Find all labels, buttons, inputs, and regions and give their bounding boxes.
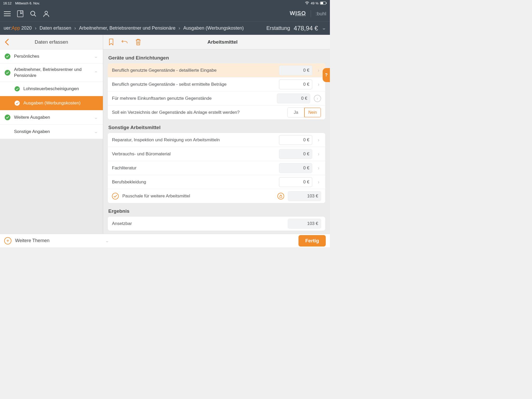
chevron-right-circle-icon[interactable]: ›: [314, 95, 321, 102]
status-time: 16:12: [3, 1, 12, 5]
chevron-up-icon: ⌄: [94, 71, 98, 75]
check-icon: [5, 70, 10, 76]
svg-point-0: [307, 4, 307, 5]
value-input[interactable]: 0 €: [279, 135, 312, 145]
row-label: Reparatur, Inspektion und Reinigung von …: [112, 137, 275, 143]
row-label: Für mehrere Einkunftsarten genutzte Gege…: [112, 96, 273, 101]
row-attachment-question: Soll ein Verzeichnis der Gegenstände als…: [108, 105, 325, 119]
chevron-down-icon: ⌄: [322, 26, 326, 30]
bookmark-icon[interactable]: [108, 39, 115, 45]
section-heading: Geräte und Einrichtungen: [108, 55, 325, 61]
crumb-year: 2020: [21, 25, 32, 31]
svg-point-5: [31, 11, 35, 15]
sidebar-item-more-expenses[interactable]: Weitere Ausgaben ⌄: [0, 110, 103, 125]
search-icon[interactable]: [30, 10, 37, 17]
row-label: Verbrauchs- und Büromaterial: [112, 151, 275, 157]
battery-percent: 49 %: [311, 1, 318, 5]
sidebar-item-label: Lohnsteuerbescheinigungen: [23, 86, 98, 91]
sidebar-item-wagetax[interactable]: Lohnsteuerbescheinigungen: [0, 82, 103, 96]
check-icon: [5, 54, 10, 59]
row-label: Pauschale für weitere Arbeitsmittel: [122, 194, 274, 199]
row-label: Fachliteratur: [112, 165, 275, 171]
content-header: Arbeitsmittel: [103, 35, 330, 49]
crumb-item[interactable]: Arbeitnehmer, Betriebsrentner und Pensio…: [79, 25, 175, 31]
chevron-right-icon: ›: [316, 67, 321, 73]
row-multi-income[interactable]: Für mehrere Einkunftsarten genutzte Gege…: [108, 91, 325, 105]
sidebar: Daten erfassen Persönliches ⌄ Arbeitnehm…: [0, 35, 103, 234]
brand-buhl: :buhl: [316, 11, 326, 17]
sidebar-item-label: Weitere Ausgaben: [14, 115, 90, 120]
status-date: Mittwoch 6. Nov.: [15, 1, 40, 5]
more-topics-label[interactable]: Weitere Themen: [15, 238, 49, 243]
status-bar: 16:12 Mittwoch 6. Nov. 49 %: [0, 0, 330, 6]
sidebar-header: Daten erfassen: [0, 35, 103, 49]
bookmarks-icon[interactable]: [17, 10, 24, 17]
toggle-no[interactable]: Nein: [304, 108, 321, 117]
wifi-icon: [305, 2, 309, 5]
value-readonly: 0 €: [279, 149, 312, 159]
svg-rect-7: [280, 196, 282, 198]
chevron-right-icon: ›: [178, 25, 180, 31]
row-clothing[interactable]: Berufsbekleidung 0 € ›: [108, 175, 325, 189]
sidebar-item-expenses[interactable]: Ausgaben (Werbungskosten): [0, 96, 103, 110]
undo-icon[interactable]: [121, 39, 128, 45]
chevron-down-icon: ⌄: [94, 54, 98, 58]
chevron-right-icon: ›: [316, 179, 321, 185]
brand-separator: [311, 10, 311, 17]
row-label: Soll ein Verzeichnis der Gegenstände als…: [112, 110, 284, 115]
toggle-yes[interactable]: Ja: [288, 108, 304, 117]
value-readonly: 0 €: [279, 163, 312, 173]
back-button[interactable]: [5, 39, 9, 45]
crumb-app: App: [12, 25, 20, 31]
plus-icon[interactable]: +: [4, 237, 11, 244]
value-input[interactable]: 0 €: [279, 177, 312, 187]
sidebar-item-employee[interactable]: Arbeitnehmer, Betriebsrentner und Pensio…: [0, 64, 103, 82]
value-readonly: 103 €: [288, 191, 321, 201]
row-repair[interactable]: Reparatur, Inspektion und Reinigung von …: [108, 133, 325, 147]
check-icon: [15, 86, 20, 91]
value-readonly: 0 €: [279, 65, 312, 75]
crumb-prefix: uer:: [4, 25, 12, 31]
chevron-down-icon: ⌄: [94, 115, 98, 119]
crumb-item[interactable]: Ausgaben (Werbungskosten): [183, 25, 244, 31]
content-pane: Arbeitsmittel ? Geräte und Einrichtungen…: [103, 35, 330, 234]
row-self-determined[interactable]: Beruflich genutzte Gegenstände - selbst …: [108, 77, 325, 91]
page-title: Arbeitsmittel: [148, 39, 325, 45]
toggle-yes-no[interactable]: Ja Nein: [287, 108, 321, 117]
value-readonly: 103 €: [288, 219, 321, 229]
lock-icon: [277, 193, 284, 200]
row-flatrate[interactable]: Pauschale für weitere Arbeitsmittel 103 …: [108, 189, 325, 203]
row-detailed-input[interactable]: Beruflich genutzte Gegenstände - detaill…: [108, 63, 325, 77]
refund-display[interactable]: Erstattung 478,94 € ⌄: [266, 25, 326, 32]
chevron-down-icon[interactable]: ⌄: [105, 239, 109, 243]
done-button[interactable]: Fertig: [298, 235, 326, 247]
checkbox-checked-icon[interactable]: [112, 193, 119, 200]
value-readonly: 0 €: [277, 94, 310, 103]
chevron-right-icon: ›: [35, 25, 36, 31]
value-input[interactable]: 0 €: [279, 79, 312, 89]
trash-icon[interactable]: [135, 39, 142, 45]
svg-point-6: [45, 11, 48, 14]
profile-icon[interactable]: [43, 10, 50, 17]
section-heading: Ergebnis: [108, 208, 325, 214]
crumb-item[interactable]: Daten erfassen: [39, 25, 71, 31]
row-supplies[interactable]: Verbrauchs- und Büromaterial 0 € ›: [108, 147, 325, 161]
battery-icon: [320, 2, 327, 5]
row-literature[interactable]: Fachliteratur 0 € ›: [108, 161, 325, 175]
refund-label: Erstattung: [266, 25, 290, 31]
chevron-right-icon: ›: [316, 81, 321, 87]
sidebar-item-other[interactable]: Sonstige Angaben ⌄: [0, 125, 103, 139]
ergebnis-card: Ansetzbar 103 €: [108, 217, 325, 231]
geraete-card: Beruflich genutzte Gegenstände - detaill…: [108, 63, 325, 119]
menu-icon[interactable]: [4, 10, 11, 17]
chevron-down-icon: ⌄: [94, 130, 98, 134]
svg-rect-2: [321, 2, 323, 4]
sidebar-item-label: Persönliches: [14, 54, 90, 59]
chevron-right-icon: ›: [316, 137, 321, 143]
help-button[interactable]: ?: [323, 68, 330, 82]
check-icon: [5, 115, 10, 120]
sidebar-item-label: Ausgaben (Werbungskosten): [23, 101, 98, 106]
row-label: Beruflich genutzte Gegenstände - selbst …: [112, 82, 275, 87]
row-deductible: Ansetzbar 103 €: [108, 217, 325, 231]
sidebar-item-personal[interactable]: Persönliches ⌄: [0, 49, 103, 64]
